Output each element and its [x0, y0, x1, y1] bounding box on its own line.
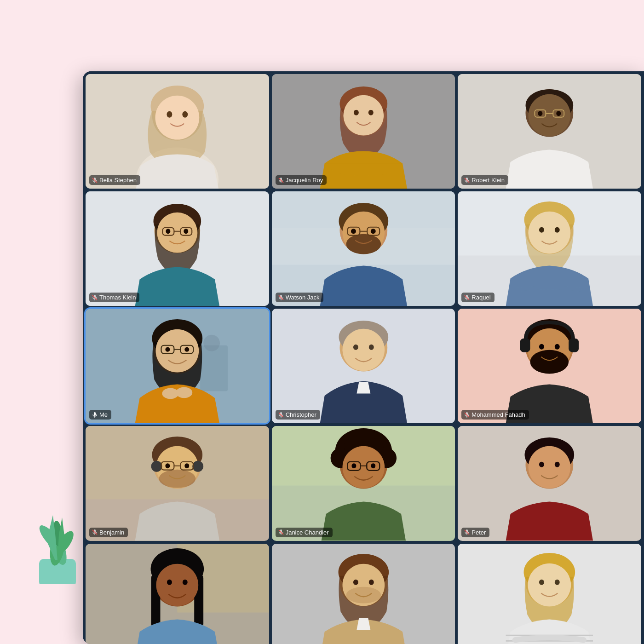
- svg-rect-77: [200, 345, 228, 391]
- mic-muted-icon: [92, 177, 98, 184]
- mic-muted-icon-5: [278, 294, 284, 301]
- svg-point-150: [555, 462, 560, 467]
- mic-muted-icon-6: [464, 294, 470, 301]
- video-cell-raquel: Raquel: [458, 191, 641, 306]
- name-tag-bella-stephen: Bella Stephen: [89, 175, 140, 185]
- svg-point-11: [167, 111, 172, 118]
- video-cell-benjamin: Benjamin: [86, 426, 269, 540]
- name-tag-mohammed-fahadh: Mohammed Fahadh: [461, 410, 529, 420]
- svg-point-123: [165, 464, 170, 469]
- svg-point-21: [354, 110, 359, 115]
- avatar-bella-stephen: [86, 74, 269, 189]
- video-cell-ross-kevin: Ross Kevin: [272, 544, 455, 644]
- video-cell-watson-jack: Watson Jack: [272, 191, 455, 306]
- svg-point-95: [353, 345, 358, 350]
- avatar-bella-edward: [458, 544, 641, 644]
- avatar-benjamin: [86, 426, 269, 540]
- svg-point-22: [368, 110, 373, 115]
- name-tag-me: Me: [89, 410, 111, 420]
- mic-muted-icon-9: [92, 529, 98, 535]
- svg-point-136: [342, 446, 385, 489]
- svg-point-141: [371, 464, 375, 469]
- avatar-ross-kevin: [272, 544, 455, 644]
- avatar-jacquelin-roy: [272, 74, 455, 189]
- app-window: Bella Stephen: [83, 71, 644, 644]
- svg-point-96: [368, 345, 374, 350]
- svg-point-56: [346, 234, 381, 254]
- svg-point-61: [370, 229, 375, 234]
- name-tag-jacquelin-roy: Jacquelin Roy: [276, 175, 327, 185]
- svg-point-180: [539, 579, 544, 585]
- video-cell-bella-stephen: Bella Stephen: [86, 74, 269, 189]
- mic-muted-icon-11: [464, 529, 470, 535]
- avatar-thomas-klein: [86, 191, 269, 306]
- svg-point-78: [203, 335, 220, 351]
- video-cell-robert-klein: Robert Klein: [458, 74, 641, 189]
- avatar-mohammed-fahadh: [458, 309, 641, 423]
- svg-point-86: [184, 347, 189, 352]
- video-cell-me: Me: [86, 309, 269, 423]
- name-tag-janice-chandler: Janice Chandler: [276, 528, 333, 537]
- svg-point-104: [530, 350, 569, 374]
- name-tag-raquel: Raquel: [461, 293, 494, 302]
- mic-muted-icon-7: [278, 412, 284, 418]
- svg-point-148: [529, 446, 571, 489]
- avatar-christopher: [272, 309, 455, 423]
- avatar-raquel: [458, 191, 641, 306]
- video-cell-christopher: Christopher: [272, 309, 455, 423]
- name-tag-thomas-klein: Thomas Klein: [89, 293, 139, 302]
- mic-active-icon: [92, 412, 98, 418]
- svg-point-85: [165, 347, 170, 352]
- video-cell-jacquelin-roy: Jacquelin Roy: [272, 74, 455, 189]
- svg-point-88: [176, 387, 192, 398]
- avatar-janice-chandler: [272, 426, 455, 540]
- svg-rect-105: [520, 339, 530, 352]
- video-grid: Bella Stephen: [83, 71, 644, 644]
- svg-point-12: [182, 111, 188, 118]
- video-cell-mohammed-fahadh: Mohammed Fahadh: [458, 309, 641, 423]
- avatar-sutton-joey: [86, 544, 269, 644]
- name-tag-robert-klein: Robert Klein: [461, 175, 508, 185]
- svg-point-107: [539, 344, 544, 350]
- svg-point-149: [539, 462, 544, 467]
- mic-muted-icon-3: [464, 177, 470, 184]
- svg-point-69: [529, 212, 571, 254]
- svg-point-94: [342, 329, 385, 371]
- svg-point-161: [167, 579, 172, 585]
- svg-point-181: [555, 579, 560, 585]
- name-tag-peter: Peter: [461, 528, 489, 537]
- svg-rect-106: [569, 339, 579, 352]
- svg-point-119: [192, 461, 203, 472]
- svg-point-45: [166, 229, 170, 234]
- svg-point-170: [346, 586, 381, 603]
- svg-point-70: [539, 227, 544, 233]
- name-tag-christopher: Christopher: [276, 410, 320, 420]
- svg-point-60: [351, 229, 356, 234]
- svg-point-46: [184, 229, 188, 234]
- plant-decoration: [28, 492, 87, 584]
- video-cell-bella-edward: Bella Edward: [458, 544, 641, 644]
- svg-point-179: [528, 563, 571, 606]
- mic-muted-icon-2: [278, 177, 284, 184]
- svg-point-172: [368, 579, 374, 585]
- svg-point-108: [555, 344, 560, 350]
- video-cell-janice-chandler: Janice Chandler: [272, 426, 455, 540]
- svg-point-162: [183, 579, 188, 585]
- svg-point-140: [351, 464, 356, 469]
- name-tag-benjamin: Benjamin: [89, 528, 128, 537]
- avatar-me: [86, 309, 269, 423]
- svg-point-20: [343, 95, 384, 136]
- avatar-peter: [458, 426, 641, 540]
- video-cell-peter: Peter: [458, 426, 641, 540]
- svg-point-33: [538, 111, 543, 116]
- avatar-robert-klein: [458, 74, 641, 189]
- svg-point-171: [353, 579, 358, 585]
- svg-rect-89: [94, 412, 96, 416]
- svg-point-41: [157, 213, 197, 253]
- video-cell-sutton-joey: Sutton Joey: [86, 544, 269, 644]
- avatar-watson-jack: [272, 191, 455, 306]
- mic-muted-icon-4: [92, 294, 98, 301]
- svg-point-118: [151, 461, 162, 472]
- svg-point-160: [156, 564, 198, 606]
- mic-muted-icon-10: [278, 529, 284, 535]
